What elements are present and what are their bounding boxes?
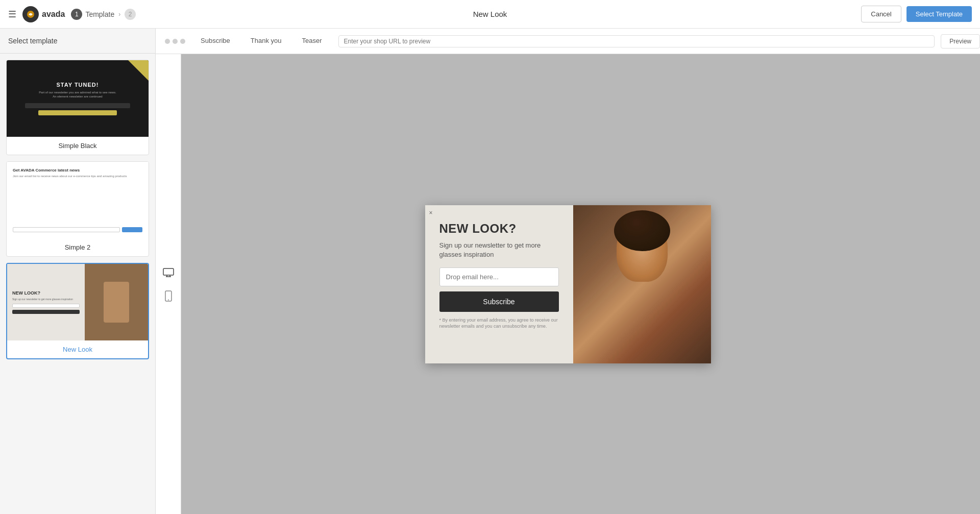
- thumbnail-new-look: NEW LOOK? Sign up our newsletter to get …: [7, 264, 148, 340]
- traffic-light-yellow: [173, 39, 178, 44]
- url-input[interactable]: [338, 35, 935, 47]
- traffic-light-green: [180, 39, 185, 44]
- breadcrumb-step1: 1 Template: [71, 9, 114, 20]
- popup-photo-image: [573, 205, 711, 363]
- avada-logo: avada: [22, 6, 65, 22]
- popup-title: NEW LOOK?: [439, 222, 559, 236]
- popup-subtitle: Sign up our newsletter to get more glass…: [439, 241, 559, 259]
- mobile-device-icon[interactable]: [161, 288, 176, 304]
- topbar-left: ☰ avada 1 Template › 2: [8, 6, 136, 22]
- breadcrumb-arrow: ›: [118, 11, 120, 18]
- step1-number: 1: [71, 9, 82, 20]
- avada-logo-text: avada: [42, 10, 65, 19]
- svg-rect-1: [163, 268, 174, 275]
- page-title: New Look: [473, 10, 507, 18]
- template-name-simple-black: Simple Black: [7, 137, 149, 155]
- popup-modal: × NEW LOOK? Sign up our newsletter to ge…: [425, 205, 711, 363]
- url-bar: [338, 35, 935, 47]
- sidebar: Select template STAY TUNED! Part of our …: [0, 29, 156, 514]
- topbar: ☰ avada 1 Template › 2 New Look Cancel S…: [0, 0, 980, 29]
- popup-subscribe-button[interactable]: Subscribe: [439, 291, 559, 312]
- content-area: Subscribe Thank you Teaser Preview: [156, 29, 980, 514]
- popup-disclaimer: * By entering your email address, you ag…: [439, 317, 559, 330]
- avada-logo-mark: [22, 6, 39, 22]
- popup-email-input[interactable]: [439, 267, 559, 286]
- template-card-simple-black[interactable]: STAY TUNED! Part of our newsletter you a…: [6, 60, 149, 155]
- tab-subscribe[interactable]: Subscribe: [190, 29, 240, 54]
- template-card-simple2[interactable]: Get AVADA Commerce latest news Join our …: [6, 161, 149, 257]
- popup-photo: [573, 205, 711, 363]
- step1-label: Template: [85, 10, 114, 18]
- thumbnail-simple-black: STAY TUNED! Part of our newsletter you a…: [7, 60, 149, 137]
- preview-button[interactable]: Preview: [941, 34, 980, 48]
- popup-close-icon[interactable]: ×: [429, 209, 437, 217]
- template-name-simple2: Simple 2: [7, 238, 149, 256]
- cancel-button[interactable]: Cancel: [861, 6, 901, 22]
- desktop-device-icon[interactable]: [161, 265, 176, 280]
- main-layout: Select template STAY TUNED! Part of our …: [0, 29, 980, 514]
- tab-bar: Subscribe Thank you Teaser Preview: [156, 29, 980, 54]
- hamburger-icon[interactable]: ☰: [8, 9, 16, 20]
- svg-point-6: [168, 299, 169, 300]
- traffic-lights: [160, 39, 190, 44]
- step2-number: 2: [125, 9, 136, 20]
- device-sidebar: [156, 54, 181, 514]
- thumbnail-simple2: Get AVADA Commerce latest news Join our …: [7, 162, 149, 238]
- tabs: Subscribe Thank you Teaser: [190, 29, 332, 54]
- select-template-button[interactable]: Select Template: [906, 6, 972, 22]
- traffic-light-red: [165, 39, 170, 44]
- topbar-right: Cancel Select Template: [861, 6, 972, 22]
- template-card-new-look[interactable]: NEW LOOK? Sign up our newsletter to get …: [6, 263, 149, 359]
- tab-thank-you[interactable]: Thank you: [240, 29, 292, 54]
- breadcrumb: 1 Template › 2: [71, 9, 136, 20]
- popup-left: NEW LOOK? Sign up our newsletter to get …: [425, 205, 573, 363]
- sidebar-header: Select template: [0, 29, 155, 54]
- template-name-new-look: New Look: [7, 340, 148, 358]
- tab-teaser[interactable]: Teaser: [292, 29, 332, 54]
- preview-canvas: × NEW LOOK? Sign up our newsletter to ge…: [156, 54, 980, 514]
